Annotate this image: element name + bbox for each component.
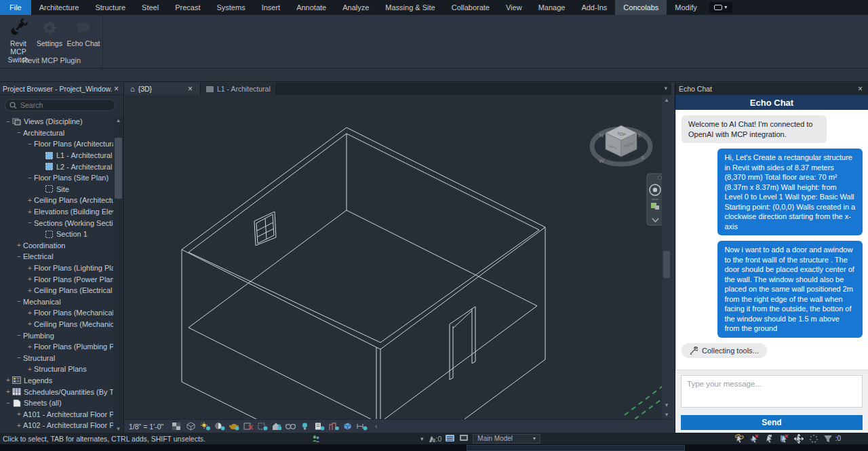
select-pinned-icon[interactable] xyxy=(764,434,774,444)
tree-item[interactable]: Site xyxy=(0,184,114,195)
tree-item[interactable]: −Plumbing xyxy=(0,330,114,341)
settings-button[interactable]: Settings xyxy=(33,16,66,47)
reveal-hidden-icon[interactable] xyxy=(298,421,311,432)
chevron-down-icon[interactable]: ▾ xyxy=(660,83,671,95)
tree-expander[interactable]: − xyxy=(4,118,12,125)
tree-expander[interactable]: − xyxy=(15,354,23,361)
compass-east[interactable]: E xyxy=(638,132,642,138)
design-options-dialog-icon[interactable] xyxy=(459,435,469,442)
compass-west[interactable]: W xyxy=(599,158,604,164)
tree-item[interactable]: −Floor Plans (Site Plan) xyxy=(0,172,114,184)
tree-item[interactable]: +Floor Plans (Lighting Plan) xyxy=(0,262,114,274)
ribbon-tab-file[interactable]: File xyxy=(0,0,31,15)
tree-expander[interactable]: + xyxy=(15,410,23,418)
lock-3d-view-icon[interactable] xyxy=(270,421,283,432)
tree-item[interactable]: −Mechanical xyxy=(0,296,114,308)
tree-expander[interactable]: − xyxy=(26,140,34,148)
view-tab-l1-architectural[interactable]: L1 - Architectural xyxy=(201,83,277,95)
ribbon-tab-modify[interactable]: Modify xyxy=(667,0,705,15)
tree-item[interactable]: −Sections (Working Section) xyxy=(0,217,114,229)
tree-item[interactable]: +Structural Plans xyxy=(0,364,114,375)
tree-item[interactable]: +Ceiling Plans (Electrical Ceil xyxy=(0,285,114,296)
ribbon-tab-annotate[interactable]: Annotate xyxy=(288,0,334,15)
tree-expander[interactable]: + xyxy=(26,208,34,216)
search-input[interactable] xyxy=(20,101,102,109)
ribbon-tab-structure[interactable]: Structure xyxy=(87,0,134,15)
ribbon-tab-architecture[interactable]: Architecture xyxy=(31,0,87,15)
chat-panel-titlebar[interactable]: Echo Chat × xyxy=(675,83,868,95)
message-input[interactable] xyxy=(681,375,863,408)
tree-item[interactable]: +Legends xyxy=(0,375,114,387)
tree-item[interactable]: −Structural xyxy=(0,352,114,364)
3d-wireframe-model[interactable]: TOP LEFT FRONT N E S W xyxy=(125,95,662,419)
detail-level-icon[interactable] xyxy=(170,421,183,432)
worksets-dialog-icon[interactable] xyxy=(446,435,455,442)
workset-status[interactable]: :0 xyxy=(428,435,442,443)
view-tab-3d[interactable]: ⌂ {3D} × xyxy=(125,83,201,95)
send-button[interactable]: Send xyxy=(681,415,863,430)
ribbon-tab-view[interactable]: View xyxy=(498,0,530,15)
search-box[interactable] xyxy=(5,99,115,111)
tree-item[interactable]: −Electrical xyxy=(0,251,114,262)
compass-south[interactable]: S xyxy=(641,155,644,161)
crop-region-icon[interactable] xyxy=(256,421,269,432)
tree-expander[interactable]: + xyxy=(15,241,23,249)
analytical-model-icon[interactable] xyxy=(327,421,340,432)
ribbon-tab-manage[interactable]: Manage xyxy=(530,0,574,15)
tree-expander[interactable]: − xyxy=(26,219,34,227)
tree-item[interactable]: +Floor Plans (Mechanical Pla xyxy=(0,307,114,319)
tree-item[interactable]: +Ceiling Plans (Mechanical C xyxy=(0,319,114,330)
viewport-scrollbar[interactable]: ▴ ▾ ▾ xyxy=(662,95,671,419)
tree-expander[interactable]: + xyxy=(26,287,34,294)
tree-item[interactable]: L2 - Architectural xyxy=(0,161,114,172)
tree-expander[interactable]: + xyxy=(26,320,34,328)
ribbon-tab-insert[interactable]: Insert xyxy=(254,0,289,15)
tree-scrollbar[interactable]: ▴ ▾ xyxy=(113,116,123,433)
tree-expander[interactable]: − xyxy=(15,298,23,305)
temporary-view-properties-icon[interactable] xyxy=(313,421,326,432)
ribbon-tab-steel[interactable]: Steel xyxy=(134,0,167,15)
select-links-icon[interactable] xyxy=(734,434,745,444)
select-by-face-icon[interactable] xyxy=(779,434,789,444)
ribbon-tab-systems[interactable]: Systems xyxy=(208,0,253,15)
close-icon[interactable]: × xyxy=(186,84,195,94)
tree-expander[interactable]: − xyxy=(4,399,12,407)
tree-item[interactable]: +Schedules/Quantities (By Typ xyxy=(0,386,114,397)
render-icon[interactable] xyxy=(227,421,240,432)
project-browser-header[interactable]: Project Browser - Project_Window.rvt × xyxy=(0,83,123,95)
tree-item[interactable]: L1 - Architectural xyxy=(0,150,114,161)
tree-item[interactable]: +A102 - Architectural Floor Plan xyxy=(0,420,114,431)
tree-item[interactable]: +Ceiling Plans (Architectural xyxy=(0,195,114,206)
tree-item[interactable]: +Elevations (Building Elevati xyxy=(0,206,114,218)
visual-style-icon[interactable] xyxy=(184,421,197,432)
crop-view-icon[interactable] xyxy=(241,421,254,432)
tree-expander[interactable]: + xyxy=(26,343,34,351)
tree-item[interactable]: +Coordination xyxy=(0,240,114,252)
progress-spinner-icon[interactable] xyxy=(809,434,818,444)
chevron-down-icon[interactable]: ▾ xyxy=(420,435,424,442)
tree-item[interactable]: Section 1 xyxy=(0,229,114,240)
tree-expander[interactable]: − xyxy=(15,129,23,136)
close-icon[interactable]: × xyxy=(112,84,121,94)
tree-expander[interactable]: + xyxy=(4,388,12,395)
media-button[interactable]: ▾ xyxy=(709,2,732,13)
shadows-icon[interactable] xyxy=(213,421,226,432)
tree-expander[interactable]: + xyxy=(26,197,34,204)
tree-item[interactable]: −Views (Discipline) xyxy=(0,116,114,128)
tree-expander[interactable]: + xyxy=(26,264,34,272)
tree-expander[interactable]: + xyxy=(26,309,34,317)
tree-expander[interactable]: − xyxy=(26,174,34,182)
tree-item[interactable]: −Floor Plans (Architectural P xyxy=(0,138,114,150)
reference-plane-lines[interactable] xyxy=(625,385,662,419)
tree-expander[interactable]: + xyxy=(26,275,34,283)
temporary-hide-isolate-icon[interactable] xyxy=(284,421,297,432)
tree-item[interactable]: −Sheets (all) xyxy=(0,397,114,409)
active-design-option-select[interactable]: Main Model ▾ xyxy=(473,434,540,444)
select-underlay-icon[interactable] xyxy=(749,434,760,444)
sun-path-icon[interactable] xyxy=(199,421,212,432)
ribbon-tab-add-ins[interactable]: Add-Ins xyxy=(573,0,615,15)
tree-expander[interactable]: + xyxy=(15,422,23,429)
tree-item[interactable]: −Architectural xyxy=(0,128,114,139)
ribbon-tab-precast[interactable]: Precast xyxy=(167,0,208,15)
tree-item[interactable]: +Floor Plans (Power Plan) xyxy=(0,273,114,285)
